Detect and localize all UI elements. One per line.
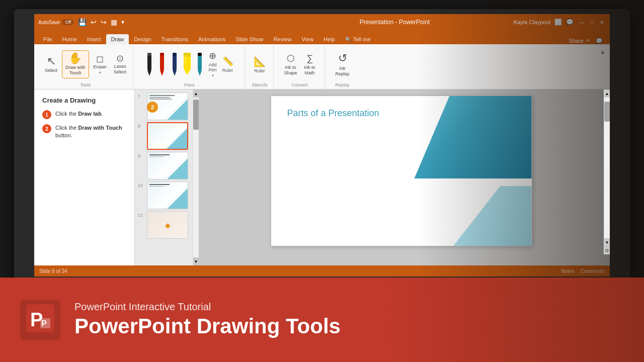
slide-area-scrollbar[interactable]: ▲ ▼ ⊡ — [604, 89, 610, 254]
comments-icon[interactable]: 💬 — [566, 19, 574, 26]
replay-group: ↺ InkReplay Replay — [326, 46, 359, 89]
slide-scroll-thumb[interactable] — [604, 102, 610, 122]
add-pen-button[interactable]: ⊕ AddPen ▾ — [207, 48, 219, 80]
tab-file[interactable]: File — [38, 34, 57, 44]
slide-10-label — [149, 184, 170, 187]
slide-thumb-7[interactable]: 7 — [138, 93, 190, 120]
tab-draw[interactable]: Draw — [106, 34, 129, 44]
slide-thumb-9[interactable]: 9 — [138, 152, 190, 179]
tab-slideshow[interactable]: Slide Show — [230, 34, 268, 44]
slide-thumbnail-9[interactable] — [147, 152, 188, 179]
slide-scroll-up[interactable]: ▲ — [604, 89, 610, 98]
tab-help[interactable]: Help — [318, 34, 340, 44]
tutorial-title: PowerPoint Drawing Tools — [74, 315, 341, 338]
slide-thumb-11[interactable]: 11 ◆ — [138, 211, 190, 239]
notes-button[interactable]: Notes — [561, 268, 575, 274]
user-name: Kayla Claypool — [514, 19, 550, 25]
slide-panel: 2 7 — [135, 89, 193, 265]
tab-view[interactable]: View — [296, 34, 318, 44]
stencils-ruler-button[interactable]: 📐 Ruler — [251, 53, 269, 75]
slide-9-decoration — [168, 159, 188, 179]
select-button[interactable]: ↖ Select — [42, 54, 60, 75]
tab-home[interactable]: Home — [57, 34, 82, 44]
instruction-text-1: Click the Draw tab. — [55, 110, 103, 118]
eraser-button[interactable]: ◻ Eraser ▾ — [91, 52, 110, 77]
instruction-number-2: 2 — [42, 124, 51, 133]
draw-touch-label: Draw withTouch — [65, 65, 86, 76]
replay-icon: ↺ — [338, 52, 347, 65]
slide-thumb-10[interactable]: 10 — [138, 182, 190, 209]
tab-review[interactable]: Review — [268, 34, 296, 44]
slide-scroll-fit[interactable]: ⊡ — [604, 246, 610, 254]
window-controls: — □ ✕ — [578, 18, 606, 26]
ruler-button[interactable]: 📏 Ruler — [220, 54, 235, 75]
svg-rect-2 — [147, 53, 151, 56]
pens-group-label: Pens — [184, 82, 195, 89]
slide-num-10: 10 — [138, 182, 145, 188]
slide-panel-scrollbar[interactable]: ▲ ▼ — [193, 89, 199, 265]
slide-thumbnail-10[interactable] — [147, 182, 188, 209]
eraser-icon: ◻ — [96, 54, 104, 63]
maximize-button[interactable]: □ — [588, 18, 596, 26]
draw-with-touch-button[interactable]: ✋ Draw withTouch — [62, 50, 89, 78]
status-bar: Slide 8 of 24 Notes Comments — [34, 265, 610, 277]
slide-thumbnail-8[interactable] — [147, 122, 188, 150]
stencils-ruler-label: Ruler — [254, 68, 265, 73]
tab-tell-me[interactable]: 🔍 Tell me — [340, 34, 376, 44]
status-slide-info: Slide 8 of 24 — [39, 268, 67, 274]
add-pen-dropdown: ▾ — [212, 73, 214, 78]
draw-touch-icon: ✋ — [68, 53, 82, 64]
tab-insert[interactable]: Insert — [82, 34, 106, 44]
slide-bg-top-right — [414, 96, 531, 178]
slide-scroll-down[interactable]: ▼ — [604, 238, 610, 246]
comments-button[interactable]: 💬 — [593, 38, 606, 44]
pen-red[interactable] — [156, 52, 168, 77]
slide-thumbnail-11[interactable]: ◆ — [147, 211, 188, 239]
undo-icon[interactable]: ↩ — [91, 18, 97, 26]
replay-group-label: Replay — [336, 82, 350, 89]
lasso-select-button[interactable]: ⊙ LassoSelect — [111, 52, 129, 77]
scroll-down-button[interactable]: ▼ — [193, 257, 199, 265]
slide-8-decoration — [167, 129, 187, 149]
share-icon[interactable]: ⬜ — [554, 19, 562, 26]
stencils-group: 📐 Ruler Stencils — [246, 46, 274, 89]
customize-icon[interactable]: ▾ — [121, 19, 124, 26]
autosave-toggle[interactable]: Off — [62, 19, 74, 25]
instruction-number-1: 1 — [42, 110, 51, 119]
slide-7-content — [149, 95, 175, 100]
title-bar: AutoSave Off 💾 ↩ ↪ ▦ ▾ Presentation - Po… — [34, 14, 610, 30]
slide-thumb-8[interactable]: 8 — [138, 122, 190, 150]
lasso-label: LassoSelect — [114, 64, 126, 75]
save-icon[interactable]: 💾 — [78, 18, 87, 26]
pen-darkblue[interactable] — [169, 52, 180, 77]
pen-black[interactable] — [144, 52, 155, 77]
pen-teal[interactable] — [194, 52, 205, 77]
share-button[interactable]: Share ↗ — [566, 38, 593, 44]
ink-shape-label: Ink toShape — [284, 65, 297, 76]
tab-design[interactable]: Design — [129, 34, 156, 44]
left-panel: Create a Drawing 1 Click the Draw tab. 2… — [34, 89, 135, 265]
tab-transitions[interactable]: Transitions — [156, 34, 193, 44]
close-button[interactable]: ✕ — [598, 18, 606, 26]
scroll-thumb[interactable] — [193, 100, 199, 130]
svg-rect-15 — [198, 53, 202, 56]
svg-rect-5 — [160, 53, 164, 56]
logo-text: P P — [26, 304, 54, 336]
ruler-icon: 📏 — [222, 56, 233, 67]
scroll-up-button[interactable]: ▲ — [193, 89, 199, 98]
instruction-2: 2 Click the Draw with Touch button. — [42, 124, 126, 140]
instruction-text-2: Click the Draw with Touch button. — [55, 124, 126, 140]
ruler-label: Ruler — [222, 68, 233, 73]
autosave-label: AutoSave — [38, 20, 60, 25]
ink-to-shape-button[interactable]: ⬡ Ink toShape — [282, 51, 300, 78]
autosave-area: AutoSave Off — [38, 19, 74, 25]
present-icon[interactable]: ▦ — [111, 18, 117, 26]
ink-replay-button[interactable]: ↺ InkReplay — [333, 50, 352, 79]
collapse-ribbon-button[interactable]: ▲ — [600, 46, 606, 89]
ink-to-math-button[interactable]: ∑ Ink toMath — [302, 51, 318, 78]
tab-animations[interactable]: Animations — [193, 34, 230, 44]
redo-icon[interactable]: ↪ — [101, 18, 107, 26]
minimize-button[interactable]: — — [578, 18, 586, 26]
pen-yellow-highlighter[interactable] — [182, 52, 193, 77]
comments-status-button[interactable]: Comments — [581, 268, 605, 274]
